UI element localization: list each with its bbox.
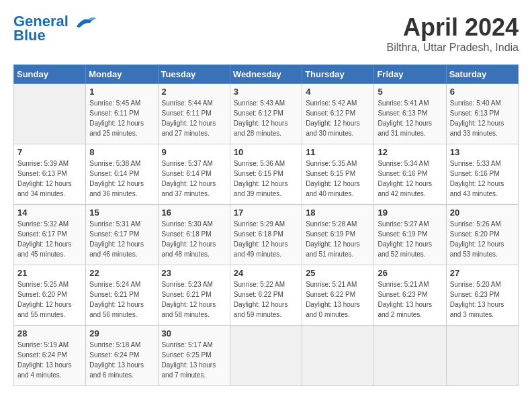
table-row: 20Sunrise: 5:26 AM Sunset: 6:20 PM Dayli… xyxy=(446,205,518,265)
table-row xyxy=(302,326,374,386)
day-info: Sunrise: 5:28 AM Sunset: 6:19 PM Dayligh… xyxy=(306,219,370,259)
header-saturday: Saturday xyxy=(446,65,518,84)
day-number: 27 xyxy=(450,268,515,278)
day-number: 18 xyxy=(306,208,370,218)
table-row: 19Sunrise: 5:27 AM Sunset: 6:19 PM Dayli… xyxy=(374,205,446,265)
table-row: 10Sunrise: 5:36 AM Sunset: 6:15 PM Dayli… xyxy=(230,144,302,205)
table-row: 16Sunrise: 5:30 AM Sunset: 6:18 PM Dayli… xyxy=(158,205,230,265)
month-title: April 2024 xyxy=(386,13,519,42)
day-info: Sunrise: 5:21 AM Sunset: 6:23 PM Dayligh… xyxy=(378,279,442,320)
calendar-week-row: 21Sunrise: 5:25 AM Sunset: 6:20 PM Dayli… xyxy=(14,265,519,326)
table-row: 1Sunrise: 5:45 AM Sunset: 6:11 PM Daylig… xyxy=(86,84,158,144)
day-info: Sunrise: 5:29 AM Sunset: 6:18 PM Dayligh… xyxy=(234,219,298,259)
calendar-table: Sunday Monday Tuesday Wednesday Thursday… xyxy=(13,64,519,386)
table-row: 5Sunrise: 5:41 AM Sunset: 6:13 PM Daylig… xyxy=(374,84,446,144)
location: Bilthra, Uttar Pradesh, India xyxy=(386,42,519,54)
day-info: Sunrise: 5:25 AM Sunset: 6:20 PM Dayligh… xyxy=(17,279,82,320)
table-row xyxy=(446,326,518,386)
day-number: 20 xyxy=(450,208,515,218)
logo-blue-text: Blue xyxy=(13,27,46,44)
logo: General Blue xyxy=(13,13,98,44)
day-info: Sunrise: 5:33 AM Sunset: 6:16 PM Dayligh… xyxy=(450,158,515,199)
table-row: 12Sunrise: 5:34 AM Sunset: 6:16 PM Dayli… xyxy=(374,144,446,205)
table-row: 22Sunrise: 5:24 AM Sunset: 6:21 PM Dayli… xyxy=(86,265,158,326)
header-friday: Friday xyxy=(374,65,446,84)
table-row: 14Sunrise: 5:32 AM Sunset: 6:17 PM Dayli… xyxy=(14,205,86,265)
table-row: 2Sunrise: 5:44 AM Sunset: 6:11 PM Daylig… xyxy=(158,84,230,144)
table-row xyxy=(14,84,86,144)
day-number: 25 xyxy=(306,268,370,278)
day-info: Sunrise: 5:44 AM Sunset: 6:11 PM Dayligh… xyxy=(162,98,226,138)
title-block: April 2024 Bilthra, Uttar Pradesh, India xyxy=(386,13,519,54)
day-info: Sunrise: 5:20 AM Sunset: 6:23 PM Dayligh… xyxy=(450,279,515,320)
day-info: Sunrise: 5:32 AM Sunset: 6:17 PM Dayligh… xyxy=(17,219,82,259)
table-row: 25Sunrise: 5:21 AM Sunset: 6:22 PM Dayli… xyxy=(302,265,374,326)
day-info: Sunrise: 5:22 AM Sunset: 6:22 PM Dayligh… xyxy=(234,279,298,320)
day-info: Sunrise: 5:42 AM Sunset: 6:12 PM Dayligh… xyxy=(306,98,370,138)
table-row: 21Sunrise: 5:25 AM Sunset: 6:20 PM Dayli… xyxy=(14,265,86,326)
day-number: 22 xyxy=(89,268,154,278)
day-info: Sunrise: 5:35 AM Sunset: 6:15 PM Dayligh… xyxy=(306,158,370,199)
table-row xyxy=(230,326,302,386)
calendar-week-row: 7Sunrise: 5:39 AM Sunset: 6:13 PM Daylig… xyxy=(14,144,519,205)
day-number: 9 xyxy=(162,147,226,157)
header-tuesday: Tuesday xyxy=(158,65,230,84)
day-number: 13 xyxy=(450,147,515,157)
day-info: Sunrise: 5:40 AM Sunset: 6:13 PM Dayligh… xyxy=(450,98,515,138)
day-info: Sunrise: 5:30 AM Sunset: 6:18 PM Dayligh… xyxy=(162,219,226,259)
day-number: 28 xyxy=(17,328,82,338)
table-row: 29Sunrise: 5:18 AM Sunset: 6:24 PM Dayli… xyxy=(86,326,158,386)
day-number: 21 xyxy=(17,268,82,278)
day-number: 1 xyxy=(89,87,154,97)
header-monday: Monday xyxy=(86,65,158,84)
day-number: 6 xyxy=(450,87,515,97)
table-row: 11Sunrise: 5:35 AM Sunset: 6:15 PM Dayli… xyxy=(302,144,374,205)
day-info: Sunrise: 5:17 AM Sunset: 6:25 PM Dayligh… xyxy=(162,340,226,380)
table-row: 24Sunrise: 5:22 AM Sunset: 6:22 PM Dayli… xyxy=(230,265,302,326)
day-info: Sunrise: 5:36 AM Sunset: 6:15 PM Dayligh… xyxy=(234,158,298,199)
day-number: 11 xyxy=(306,147,370,157)
table-row xyxy=(374,326,446,386)
day-info: Sunrise: 5:34 AM Sunset: 6:16 PM Dayligh… xyxy=(378,158,442,199)
header-sunday: Sunday xyxy=(14,65,86,84)
day-number: 26 xyxy=(378,268,442,278)
calendar-week-row: 14Sunrise: 5:32 AM Sunset: 6:17 PM Dayli… xyxy=(14,205,519,265)
day-number: 30 xyxy=(162,328,226,338)
table-row: 18Sunrise: 5:28 AM Sunset: 6:19 PM Dayli… xyxy=(302,205,374,265)
day-info: Sunrise: 5:38 AM Sunset: 6:14 PM Dayligh… xyxy=(89,158,154,199)
day-number: 12 xyxy=(378,147,442,157)
table-row: 15Sunrise: 5:31 AM Sunset: 6:17 PM Dayli… xyxy=(86,205,158,265)
day-info: Sunrise: 5:23 AM Sunset: 6:21 PM Dayligh… xyxy=(162,279,226,320)
table-row: 17Sunrise: 5:29 AM Sunset: 6:18 PM Dayli… xyxy=(230,205,302,265)
day-info: Sunrise: 5:43 AM Sunset: 6:12 PM Dayligh… xyxy=(234,98,298,138)
table-row: 9Sunrise: 5:37 AM Sunset: 6:14 PM Daylig… xyxy=(158,144,230,205)
table-row: 6Sunrise: 5:40 AM Sunset: 6:13 PM Daylig… xyxy=(446,84,518,144)
day-number: 29 xyxy=(89,328,154,338)
table-row: 8Sunrise: 5:38 AM Sunset: 6:14 PM Daylig… xyxy=(86,144,158,205)
day-info: Sunrise: 5:39 AM Sunset: 6:13 PM Dayligh… xyxy=(17,158,82,199)
header-thursday: Thursday xyxy=(302,65,374,84)
table-row: 3Sunrise: 5:43 AM Sunset: 6:12 PM Daylig… xyxy=(230,84,302,144)
table-row: 7Sunrise: 5:39 AM Sunset: 6:13 PM Daylig… xyxy=(14,144,86,205)
day-info: Sunrise: 5:37 AM Sunset: 6:14 PM Dayligh… xyxy=(162,158,226,199)
day-number: 15 xyxy=(89,208,154,218)
day-number: 3 xyxy=(234,87,298,97)
day-number: 17 xyxy=(234,208,298,218)
day-number: 2 xyxy=(162,87,226,97)
day-info: Sunrise: 5:19 AM Sunset: 6:24 PM Dayligh… xyxy=(17,340,82,380)
calendar-week-row: 28Sunrise: 5:19 AM Sunset: 6:24 PM Dayli… xyxy=(14,326,519,386)
day-info: Sunrise: 5:45 AM Sunset: 6:11 PM Dayligh… xyxy=(89,98,154,138)
day-number: 19 xyxy=(378,208,442,218)
logo-bird-icon xyxy=(73,15,98,30)
calendar-week-row: 1Sunrise: 5:45 AM Sunset: 6:11 PM Daylig… xyxy=(14,84,519,144)
day-number: 4 xyxy=(306,87,370,97)
day-info: Sunrise: 5:24 AM Sunset: 6:21 PM Dayligh… xyxy=(89,279,154,320)
day-info: Sunrise: 5:31 AM Sunset: 6:17 PM Dayligh… xyxy=(89,219,154,259)
table-row: 28Sunrise: 5:19 AM Sunset: 6:24 PM Dayli… xyxy=(14,326,86,386)
day-info: Sunrise: 5:18 AM Sunset: 6:24 PM Dayligh… xyxy=(89,340,154,380)
day-info: Sunrise: 5:27 AM Sunset: 6:19 PM Dayligh… xyxy=(378,219,442,259)
day-number: 23 xyxy=(162,268,226,278)
table-row: 27Sunrise: 5:20 AM Sunset: 6:23 PM Dayli… xyxy=(446,265,518,326)
day-number: 10 xyxy=(234,147,298,157)
day-number: 16 xyxy=(162,208,226,218)
